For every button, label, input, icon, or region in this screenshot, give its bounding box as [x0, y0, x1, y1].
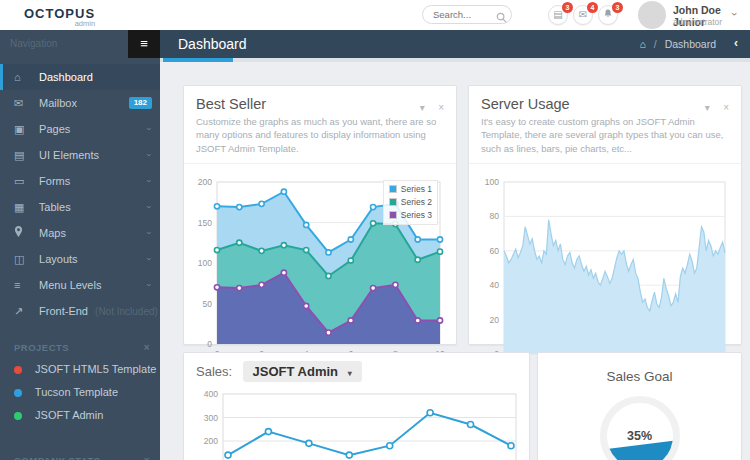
- breadcrumb[interactable]: ⌂ / Dashboard: [640, 30, 716, 58]
- server-usage-card: Server Usage ▾ × It's easy to create cus…: [468, 85, 742, 345]
- menu-levels-icon: ≡: [14, 272, 36, 298]
- sidebar-item-forms[interactable]: ▭ Forms ›: [0, 168, 160, 194]
- sidebar-item-pages[interactable]: ▣ Pages ›: [0, 116, 160, 142]
- svg-text:50: 50: [203, 298, 213, 308]
- close-icon[interactable]: ×: [723, 102, 729, 113]
- sales-filter-dropdown[interactable]: JSOFT Admin ▾: [243, 361, 362, 382]
- alerts-count-badge: 3: [612, 2, 623, 13]
- sales-label: Sales:: [196, 364, 232, 379]
- app-logo[interactable]: OCTOPUS admin: [24, 4, 95, 28]
- chevron-down-icon: ›: [136, 128, 162, 131]
- svg-text:100: 100: [485, 177, 499, 187]
- avatar[interactable]: [638, 1, 666, 29]
- svg-text:100: 100: [198, 258, 212, 268]
- sidebar-item-label: Tables: [39, 201, 71, 213]
- sidebar-item-label: Maps: [39, 227, 66, 239]
- close-icon[interactable]: ×: [144, 338, 150, 358]
- card-description: It's easy to create custom graphs on JSO…: [481, 115, 729, 155]
- series2-swatch: [389, 198, 397, 206]
- sidebar-item-layouts[interactable]: ◫ Layouts ›: [0, 246, 160, 272]
- legend-label: Series 1: [401, 184, 432, 194]
- home-icon: ⌂: [640, 38, 646, 50]
- gauge-fill: [600, 440, 680, 460]
- external-link-icon: ↗: [14, 298, 36, 324]
- mailbox-count-badge: 182: [129, 97, 152, 109]
- series1-swatch: [389, 185, 397, 193]
- tasks-count-badge: 3: [562, 2, 573, 13]
- project-label: JSOFT HTML5 Template: [35, 363, 156, 375]
- series3-swatch: [389, 211, 397, 219]
- legend-label: Series 2: [401, 197, 432, 207]
- sidebar-item-label: Forms: [39, 175, 70, 187]
- sidebar-item-mailbox[interactable]: ✉ Mailbox 182: [0, 90, 160, 116]
- breadcrumb-current: Dashboard: [665, 38, 716, 50]
- topbar: OCTOPUS admin ▤ 3 ✉ 4 3 John Doe Junior …: [0, 0, 750, 30]
- chevron-down-icon: ›: [136, 232, 162, 235]
- mail-icon: ✉: [579, 9, 587, 20]
- pages-icon: ▣: [14, 116, 36, 142]
- chart-legend: Series 1 Series 2 Series 3: [383, 180, 438, 225]
- tasks-button[interactable]: ▤ 3: [548, 5, 568, 25]
- close-icon[interactable]: ×: [438, 102, 444, 113]
- sidebar-item-dashboard[interactable]: ⌂ Dashboard: [0, 64, 160, 90]
- collapse-icon[interactable]: ▾: [420, 102, 425, 113]
- status-dot: [14, 412, 22, 420]
- company-stats-section-header: COMPANY STATS ×: [0, 451, 160, 460]
- svg-text:150: 150: [198, 217, 212, 227]
- sales-card: Sales: JSOFT Admin ▾ 100200300400: [183, 352, 530, 460]
- card-title: Server Usage: [481, 96, 729, 112]
- status-dot: [14, 366, 22, 374]
- page-header: Dashboard ⌂ / Dashboard ›: [160, 30, 750, 58]
- ui-elements-icon: ▤: [14, 142, 36, 168]
- project-item-jsoft-html5[interactable]: JSOFT HTML5 Template: [0, 358, 160, 381]
- svg-text:80: 80: [490, 211, 500, 221]
- layouts-icon: ◫: [14, 246, 36, 272]
- card-description: Customize the graphs as much as you want…: [196, 115, 444, 155]
- sidebar-item-menu-levels[interactable]: ≡ Menu Levels ›: [0, 272, 160, 298]
- sidebar-item-front-end[interactable]: ↗ Front-End (Not Included): [0, 298, 160, 324]
- sidebar-item-maps[interactable]: Maps ›: [0, 220, 160, 246]
- sidebar-item-tables[interactable]: ▦ Tables ›: [0, 194, 160, 220]
- sidebar-toggle-button[interactable]: ≡: [128, 30, 160, 58]
- project-item-tucson[interactable]: Tucson Template: [0, 381, 160, 404]
- status-dot: [14, 389, 22, 397]
- map-marker-icon: [14, 220, 36, 246]
- sidebar-item-label: Front-End: [39, 305, 88, 317]
- header-collapse-chevron-icon[interactable]: ›: [734, 30, 738, 58]
- sidebar-item-ui-elements[interactable]: ▤ UI Elements ›: [0, 142, 160, 168]
- bell-icon: [603, 9, 613, 20]
- user-menu-chevron-icon[interactable]: ›: [733, 8, 737, 20]
- hamburger-icon: ≡: [140, 36, 148, 51]
- active-tab-indicator: [163, 58, 233, 62]
- svg-text:200: 200: [198, 177, 212, 187]
- server-usage-chart: 020406080100: [480, 172, 730, 362]
- company-stats-title: COMPANY STATS: [14, 455, 101, 460]
- best-seller-card: Best Seller ▾ × Customize the graphs as …: [183, 85, 457, 345]
- chevron-down-icon: ›: [136, 154, 162, 157]
- svg-text:0: 0: [207, 339, 212, 349]
- project-label: Tucson Template: [35, 386, 118, 398]
- svg-text:200: 200: [204, 436, 218, 446]
- sales-chart: 100200300400: [195, 388, 518, 460]
- tasks-icon: ▤: [553, 9, 562, 20]
- chevron-down-icon: ›: [136, 206, 162, 209]
- sidebar: Navigation ⌂ Dashboard ✉ Mailbox 182 ▣ P…: [0, 30, 160, 460]
- sidebar-item-label: Dashboard: [39, 71, 93, 83]
- svg-text:400: 400: [204, 389, 218, 399]
- messages-button[interactable]: ✉ 4: [573, 5, 593, 25]
- close-icon[interactable]: ×: [144, 451, 150, 460]
- alerts-button[interactable]: 3: [598, 5, 618, 25]
- caret-down-icon: ▾: [348, 369, 352, 378]
- projects-title: PROJECTS: [14, 342, 69, 353]
- svg-text:40: 40: [490, 280, 500, 290]
- search-icon[interactable]: [496, 9, 507, 27]
- sidebar-item-label: Mailbox: [39, 97, 77, 109]
- project-item-jsoft-admin[interactable]: JSOFT Admin: [0, 404, 160, 427]
- sales-goal-title: Sales Goal: [538, 369, 741, 384]
- user-role: administrator: [673, 17, 722, 27]
- svg-text:60: 60: [490, 246, 500, 256]
- projects-section-header: PROJECTS ×: [0, 338, 160, 358]
- home-icon: ⌂: [14, 64, 36, 90]
- collapse-icon[interactable]: ▾: [705, 102, 710, 113]
- legend-label: Series 3: [401, 210, 432, 220]
